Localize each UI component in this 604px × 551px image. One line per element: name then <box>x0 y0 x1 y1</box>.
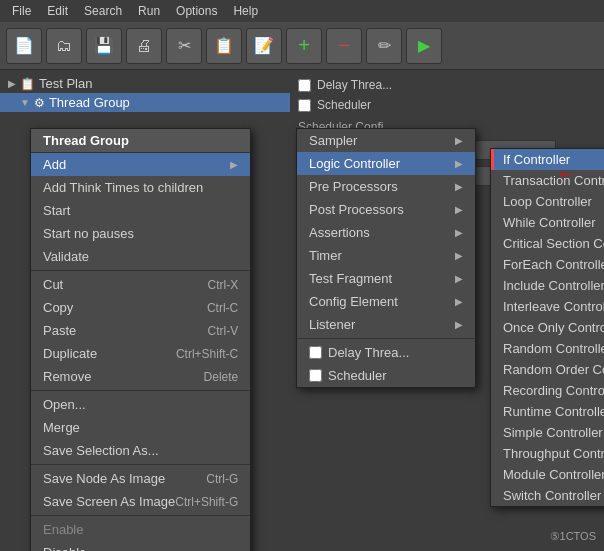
lc-assertions[interactable]: Assertions ▶ <box>297 221 475 244</box>
ctrl-random[interactable]: Random Controller <box>491 338 604 359</box>
ctrl-throughput[interactable]: Throughput Controller <box>491 443 604 464</box>
lc-timer[interactable]: Timer ▶ <box>297 244 475 267</box>
scheduler-label: Scheduler <box>317 98 371 112</box>
ctx-disable[interactable]: Disable <box>31 541 250 551</box>
lc-test-fragment[interactable]: Test Fragment ▶ <box>297 267 475 290</box>
lc-logic-label: Logic Controller <box>309 156 400 171</box>
ctrl-foreach[interactable]: ForEach Controller <box>491 254 604 275</box>
ctx-save-selection[interactable]: Save Selection As... <box>31 439 250 462</box>
tree-item-testplan[interactable]: ▶ 📋 Test Plan <box>0 74 290 93</box>
lc-scheduler[interactable]: Scheduler <box>297 364 475 387</box>
lc-delay-label: Delay Threa... <box>328 345 409 360</box>
edit-button[interactable]: ✏ <box>366 28 402 64</box>
context-menu-title: Thread Group <box>31 129 250 153</box>
menu-run[interactable]: Run <box>130 2 168 20</box>
ctx-start-no-pauses[interactable]: Start no pauses <box>31 222 250 245</box>
remove-button[interactable]: − <box>326 28 362 64</box>
menubar: File Edit Search Run Options Help <box>0 0 604 22</box>
lc-post-arrow: ▶ <box>455 204 463 215</box>
watermark: ⑤1CTOS <box>550 530 596 543</box>
delay-thread-checkbox[interactable] <box>309 346 322 359</box>
ctx-open[interactable]: Open... <box>31 393 250 416</box>
ctrl-module[interactable]: Module Controller <box>491 464 604 485</box>
ctrl-once-only[interactable]: Once Only Controller <box>491 317 604 338</box>
ctx-disable-label: Disable <box>43 545 86 551</box>
delay-threads-checkbox[interactable] <box>298 79 311 92</box>
ctx-start-label: Start <box>43 203 70 218</box>
ctx-start[interactable]: Start <box>31 199 250 222</box>
paste-button[interactable]: 📝 <box>246 28 282 64</box>
ctx-copy-shortcut: Ctrl-C <box>207 301 238 315</box>
tree-arrow-tg: ▼ <box>20 97 30 108</box>
ctrl-loop-controller[interactable]: Loop Controller <box>491 191 604 212</box>
ctx-copy[interactable]: Copy Ctrl-C <box>31 296 250 319</box>
ctx-validate-label: Validate <box>43 249 89 264</box>
main-area: ▶ 📋 Test Plan ▼ ⚙ Thread Group Delay Thr… <box>0 70 604 551</box>
threadgroup-icon: ⚙ <box>34 96 45 110</box>
ctrl-simple-label: Simple Controller <box>503 425 603 440</box>
testplan-label: Test Plan <box>39 76 92 91</box>
menu-edit[interactable]: Edit <box>39 2 76 20</box>
lc-logic-arrow: ▶ <box>455 158 463 169</box>
save-button[interactable]: 💾 <box>86 28 122 64</box>
ctx-save-screen-shortcut: Ctrl+Shift-G <box>175 495 238 509</box>
lc-delay-thread[interactable]: Delay Threa... <box>297 341 475 364</box>
lc-pre-processors[interactable]: Pre Processors ▶ <box>297 175 475 198</box>
ctrl-random-order[interactable]: Random Order Controller <box>491 359 604 380</box>
lc-divider <box>297 338 475 339</box>
ctx-divider-3 <box>31 464 250 465</box>
ctx-divider-1 <box>31 270 250 271</box>
ctrl-interleave[interactable]: Interleave Controller <box>491 296 604 317</box>
ctx-save-selection-label: Save Selection As... <box>43 443 159 458</box>
tree-item-threadgroup[interactable]: ▼ ⚙ Thread Group <box>0 93 290 112</box>
menu-file[interactable]: File <box>4 2 39 20</box>
ctx-save-node-shortcut: Ctrl-G <box>206 472 238 486</box>
scheduler-checkbox[interactable] <box>298 99 311 112</box>
menu-help[interactable]: Help <box>225 2 266 20</box>
ctx-paste-shortcut: Ctrl-V <box>208 324 239 338</box>
start-button[interactable]: ▶ <box>406 28 442 64</box>
lc-post-processors[interactable]: Post Processors ▶ <box>297 198 475 221</box>
lc-pre-label: Pre Processors <box>309 179 398 194</box>
ctx-add-think-times[interactable]: Add Think Times to children <box>31 176 250 199</box>
lc-testfrag-label: Test Fragment <box>309 271 392 286</box>
ctx-add[interactable]: Add ▶ <box>31 153 250 176</box>
copy-button[interactable]: 📋 <box>206 28 242 64</box>
ctrl-include-label: Include Controller <box>503 278 604 293</box>
new-button[interactable]: 📄 <box>6 28 42 64</box>
context-menu: Thread Group Add ▶ Add Think Times to ch… <box>30 128 251 551</box>
ctx-save-screen-image[interactable]: Save Screen As Image Ctrl+Shift-G <box>31 490 250 513</box>
lc-config-arrow: ▶ <box>455 296 463 307</box>
print-button[interactable]: 🖨 <box>126 28 162 64</box>
testplan-icon: 📋 <box>20 77 35 91</box>
lc-sampler[interactable]: Sampler ▶ <box>297 129 475 152</box>
ctx-merge[interactable]: Merge <box>31 416 250 439</box>
lc-logic-controller[interactable]: Logic Controller ▶ <box>297 152 475 175</box>
ctrl-runtime[interactable]: Runtime Controller <box>491 401 604 422</box>
menu-search[interactable]: Search <box>76 2 130 20</box>
ctx-duplicate[interactable]: Duplicate Ctrl+Shift-C <box>31 342 250 365</box>
ctx-remove-shortcut: Delete <box>204 370 239 384</box>
ctrl-simple[interactable]: Simple Controller <box>491 422 604 443</box>
ctx-validate[interactable]: Validate <box>31 245 250 268</box>
ctrl-recording[interactable]: Recording Controller <box>491 380 604 401</box>
ctrl-loop-label: Loop Controller <box>503 194 592 209</box>
ctrl-if-controller[interactable]: If Controller <box>491 149 604 170</box>
ctrl-while-controller[interactable]: While Controller <box>491 212 604 233</box>
lc-timer-label: Timer <box>309 248 342 263</box>
lc-listener[interactable]: Listener ▶ <box>297 313 475 336</box>
cut-button[interactable]: ✂ <box>166 28 202 64</box>
scheduler-check[interactable] <box>309 369 322 382</box>
ctx-remove[interactable]: Remove Delete <box>31 365 250 388</box>
ctrl-switch[interactable]: Switch Controller <box>491 485 604 506</box>
lc-config-element[interactable]: Config Element ▶ <box>297 290 475 313</box>
ctx-cut[interactable]: Cut Ctrl-X <box>31 273 250 296</box>
open-button[interactable]: 🗂 <box>46 28 82 64</box>
add-button[interactable]: + <box>286 28 322 64</box>
ctx-paste[interactable]: Paste Ctrl-V <box>31 319 250 342</box>
ctrl-include[interactable]: Include Controller <box>491 275 604 296</box>
ctrl-critical-section[interactable]: Critical Section Controller <box>491 233 604 254</box>
ctrl-transaction-controller[interactable]: Transaction Controller <box>491 170 604 191</box>
menu-options[interactable]: Options <box>168 2 225 20</box>
ctx-save-node-image[interactable]: Save Node As Image Ctrl-G <box>31 467 250 490</box>
